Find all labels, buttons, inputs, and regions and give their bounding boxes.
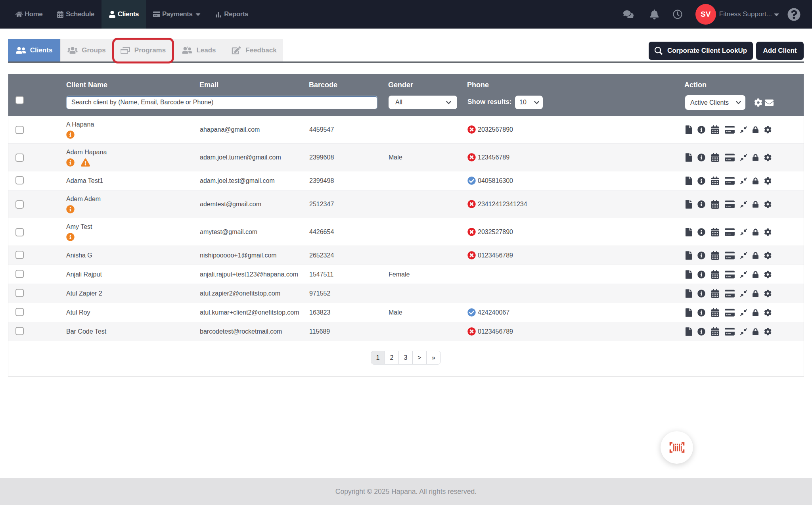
calendar-grid-icon[interactable] (711, 308, 719, 317)
gender-select[interactable]: All (389, 96, 457, 109)
calendar-grid-icon[interactable] (711, 228, 719, 236)
client-name[interactable]: Adam Hapana (66, 148, 107, 156)
file-icon[interactable] (686, 200, 692, 209)
credit-card-icon[interactable] (725, 153, 735, 162)
client-name[interactable]: Anisha G (66, 252, 92, 259)
file-icon[interactable] (686, 251, 692, 260)
gear-icon[interactable] (764, 125, 772, 134)
file-icon[interactable] (686, 153, 692, 162)
info-circle-icon[interactable] (697, 153, 705, 162)
client-name[interactable]: A Hapana (66, 121, 94, 129)
row-checkbox[interactable] (15, 251, 24, 259)
compress-icon[interactable] (740, 289, 747, 298)
info-circle-icon[interactable] (697, 228, 705, 236)
nav-item-clients[interactable]: Clients (102, 0, 146, 29)
nav-item-schedule[interactable]: Schedule (50, 0, 102, 29)
compress-icon[interactable] (740, 177, 747, 185)
credit-card-icon[interactable] (725, 308, 735, 317)
info-circle-icon[interactable] (697, 308, 705, 317)
client-name[interactable]: Anjali Rajput (66, 271, 102, 278)
row-checkbox[interactable] (15, 228, 24, 236)
client-name[interactable]: Atul Zapier 2 (66, 290, 102, 298)
info-circle-icon[interactable] (697, 270, 705, 279)
info-circle-icon[interactable] (697, 200, 705, 209)
calendar-grid-icon[interactable] (711, 327, 719, 336)
credit-card-icon[interactable] (725, 125, 735, 134)
row-checkbox[interactable] (15, 289, 24, 297)
lock-icon[interactable] (753, 125, 758, 134)
lock-icon[interactable] (753, 289, 758, 298)
chat-icon[interactable] (623, 9, 634, 19)
credit-card-icon[interactable] (725, 270, 735, 279)
gear-icon[interactable] (764, 200, 772, 209)
lock-icon[interactable] (753, 327, 758, 336)
file-icon[interactable] (686, 308, 692, 317)
lock-icon[interactable] (753, 177, 758, 185)
lock-icon[interactable] (753, 270, 758, 279)
file-icon[interactable] (686, 228, 692, 236)
info-circle-icon[interactable] (697, 327, 705, 336)
nav-item-reports[interactable]: Reports (208, 0, 255, 29)
client-name[interactable]: Atul Roy (66, 309, 90, 317)
calendar-grid-icon[interactable] (711, 200, 719, 209)
info-circle-icon[interactable] (697, 289, 705, 298)
clock-icon[interactable] (673, 10, 682, 19)
credit-card-icon[interactable] (725, 228, 735, 236)
row-checkbox[interactable] (15, 154, 24, 162)
calendar-grid-icon[interactable] (711, 289, 719, 298)
gear-icon[interactable] (764, 153, 772, 162)
gear-icon[interactable] (764, 228, 772, 236)
gear-icon[interactable] (764, 251, 772, 260)
row-checkbox[interactable] (15, 126, 24, 134)
corporate-client-lookup-button[interactable]: Corporate Client LookUp (649, 42, 753, 60)
row-checkbox[interactable] (15, 200, 24, 209)
avatar[interactable]: SV (695, 4, 716, 25)
tab-programs[interactable]: Programs (113, 39, 173, 61)
user-name[interactable]: Fitness Support... (719, 10, 772, 18)
add-client-button[interactable]: Add Client (756, 42, 804, 60)
client-name[interactable]: Adem Adem (66, 195, 101, 203)
barcode-scan-fab[interactable] (661, 431, 693, 464)
lock-icon[interactable] (753, 308, 758, 317)
credit-card-icon[interactable] (725, 200, 735, 209)
lock-icon[interactable] (753, 153, 758, 162)
settings-gear-icon[interactable] (754, 98, 762, 107)
calendar-grid-icon[interactable] (711, 177, 719, 185)
gear-icon[interactable] (764, 289, 772, 298)
select-all-checkbox[interactable] (15, 96, 24, 104)
row-checkbox[interactable] (15, 270, 24, 278)
file-icon[interactable] (686, 177, 692, 185)
gear-icon[interactable] (764, 327, 772, 336)
show-results-select[interactable]: 10 (515, 96, 543, 109)
compress-icon[interactable] (740, 153, 747, 162)
calendar-grid-icon[interactable] (711, 270, 719, 279)
file-icon[interactable] (686, 289, 692, 298)
lock-icon[interactable] (753, 228, 758, 236)
client-status-select[interactable]: Active Clients (685, 95, 745, 110)
compress-icon[interactable] (740, 327, 747, 336)
help-icon[interactable] (787, 8, 801, 21)
calendar-grid-icon[interactable] (711, 125, 719, 134)
page-button-»[interactable]: » (427, 351, 440, 364)
lock-icon[interactable] (753, 251, 758, 260)
gear-icon[interactable] (764, 270, 772, 279)
credit-card-icon[interactable] (725, 289, 735, 298)
tab-groups[interactable]: Groups (61, 39, 113, 61)
nav-item-payments[interactable]: Payments (146, 0, 208, 29)
bell-icon[interactable] (650, 10, 659, 19)
page-button-3[interactable]: 3 (399, 351, 413, 364)
page-button->[interactable]: > (413, 351, 427, 364)
row-checkbox[interactable] (15, 327, 24, 335)
client-name[interactable]: Amy Test (66, 223, 92, 231)
credit-card-icon[interactable] (725, 177, 735, 185)
file-icon[interactable] (686, 125, 692, 134)
info-circle-icon[interactable] (697, 125, 705, 134)
page-button-2[interactable]: 2 (385, 351, 399, 364)
tab-leads[interactable]: Leads (173, 39, 225, 61)
info-circle-icon[interactable] (697, 177, 705, 185)
search-input[interactable] (66, 96, 377, 109)
client-name[interactable]: Adama Test1 (66, 177, 103, 185)
compress-icon[interactable] (740, 200, 747, 209)
gear-icon[interactable] (764, 177, 772, 185)
file-icon[interactable] (686, 327, 692, 336)
